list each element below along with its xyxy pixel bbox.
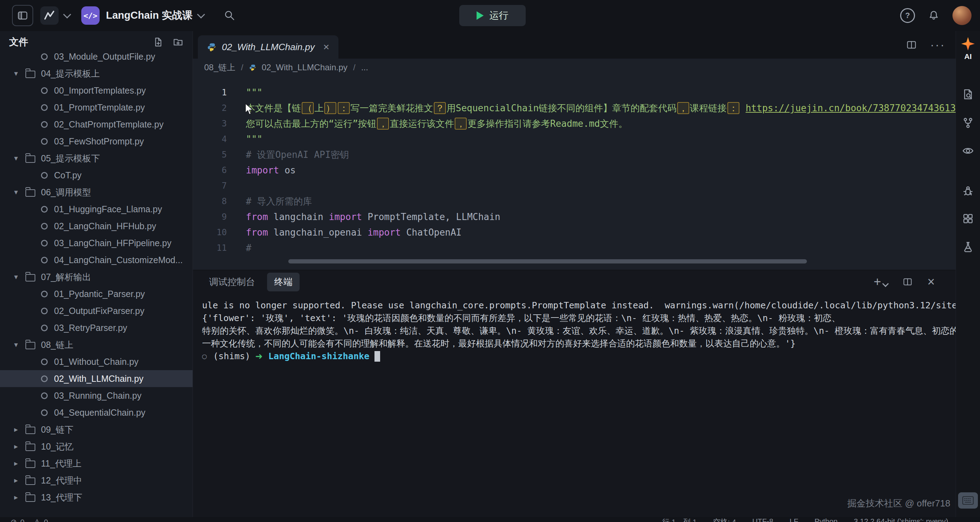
help-icon[interactable]: ?: [900, 8, 915, 23]
code-token: 上: [314, 103, 324, 113]
code-line-2[interactable]: 2本文件是【链（上）：写一篇完美鲜花推文？用SequencialChain链接不…: [193, 100, 956, 116]
chevron-down-icon[interactable]: [197, 11, 205, 19]
code-line-6[interactable]: 6import os: [193, 162, 956, 178]
status-item[interactable]: LF: [789, 517, 799, 522]
new-folder-icon[interactable]: [173, 37, 183, 47]
terminal-prompt-line[interactable]: ○ (shims) ➜ LangChain-shizhanke: [202, 350, 945, 363]
folder-icon: [25, 342, 35, 349]
code-token: PromptTemplate, LLMChain: [362, 211, 500, 222]
code-line-content: [232, 178, 956, 194]
eye-preview-icon[interactable]: [962, 145, 974, 157]
tree-file-02_OutputFixParser.py[interactable]: 02_OutputFixParser.py: [0, 302, 192, 319]
code-line-content: import os: [232, 162, 956, 178]
code-token: ，: [377, 117, 389, 130]
tree-folder-09_链下[interactable]: ▸09_链下: [0, 421, 192, 438]
code-token: #: [246, 243, 251, 253]
more-actions-icon[interactable]: ···: [930, 42, 945, 47]
code-token: # 设置OpenAI API密钥: [246, 149, 349, 160]
tree-file-02_With_LLMChain.py[interactable]: 02_With_LLMChain.py: [0, 370, 192, 387]
tree-file-03_Running_Chain.py[interactable]: 03_Running_Chain.py: [0, 387, 192, 404]
code-token: import: [246, 165, 279, 176]
app-logo[interactable]: [40, 6, 59, 25]
tree-folder-12_代理中[interactable]: ▸12_代理中: [0, 472, 192, 489]
code-token: 直接运行该文件: [390, 118, 454, 129]
status-item[interactable]: 空格: 4: [713, 517, 736, 522]
breadcrumb-file[interactable]: 02_With_LLMChain.py: [262, 62, 348, 72]
new-file-icon[interactable]: [153, 37, 164, 47]
code-line-4[interactable]: 4""": [193, 132, 956, 147]
terminal-output-line: warnings.warn(: [654, 300, 739, 311]
tree-folder-08_链上[interactable]: ▾08_链上: [0, 336, 192, 353]
code-token: ChatOpenAI: [401, 227, 461, 238]
tree-file-03_FewShotPrompt.py[interactable]: 03_FewShotPrompt.py: [0, 133, 192, 150]
code-line-11[interactable]: 11#: [193, 240, 956, 256]
python-file-icon: [41, 206, 48, 213]
project-title[interactable]: LangChain 实战课: [106, 8, 192, 22]
code-line-7[interactable]: 7: [193, 178, 956, 194]
code-line-1[interactable]: 1""": [193, 85, 956, 100]
user-avatar[interactable]: [953, 6, 972, 25]
close-panel-icon[interactable]: ×: [928, 276, 935, 288]
tab-debug-console[interactable]: 调试控制台: [202, 273, 262, 291]
code-line-10[interactable]: 10from langchain_openai import ChatOpenA…: [193, 225, 956, 240]
tree-file-04_LangChain_CustomizeMod...[interactable]: 04_LangChain_CustomizeMod...: [0, 251, 192, 268]
status-item[interactable]: 行 1，列 1: [662, 517, 697, 522]
code-token: ？: [434, 102, 446, 114]
code-line-3[interactable]: 3您可以点击最上方的“运行”按钮，直接运行该文件，更多操作指引请参考Readme…: [193, 116, 956, 132]
code-line-9[interactable]: 9from langchain import PromptTemplate, L…: [193, 209, 956, 225]
tree-file-01_Pydantic_Parser.py[interactable]: 01_Pydantic_Parser.py: [0, 286, 192, 302]
tree-file-04_SequentialChain.py[interactable]: 04_SequentialChain.py: [0, 404, 192, 421]
terminal[interactable]: ule is no longer supported. Please use l…: [193, 294, 956, 517]
code-line-content: # 设置OpenAI API密钥: [232, 147, 956, 162]
code-token: import: [329, 211, 362, 222]
new-terminal-button[interactable]: +: [873, 276, 888, 288]
chevron-down-icon[interactable]: [63, 11, 72, 19]
tab-terminal[interactable]: 终端: [267, 273, 299, 291]
tab-02-with-llmchain[interactable]: 02_With_LLMChain.py ×: [198, 35, 339, 59]
tree-file-00_ImportTemplates.py[interactable]: 00_ImportTemplates.py: [0, 82, 192, 99]
code-editor[interactable]: 1"""2本文件是【链（上）：写一篇完美鲜花推文？用SequencialChai…: [193, 76, 956, 270]
tree-folder-06_调用模型[interactable]: ▾06_调用模型: [0, 184, 192, 201]
code-line-8[interactable]: 8# 导入所需的库: [193, 194, 956, 209]
python-file-icon: [41, 291, 48, 297]
run-button[interactable]: 运行: [459, 5, 526, 26]
tree-folder-10_记忆[interactable]: ▸10_记忆: [0, 438, 192, 455]
tree-folder-04_提示模板上[interactable]: ▾04_提示模板上: [0, 65, 192, 82]
virtual-keyboard-button[interactable]: [958, 492, 978, 509]
tree-file-03_Module_OutputFile.py[interactable]: 03_Module_OutputFile.py: [0, 53, 192, 65]
breadcrumb-folder[interactable]: 08_链上: [204, 62, 235, 73]
tree-item-label: 07_解析输出: [41, 271, 91, 283]
tree-folder-11_代理上[interactable]: ▸11_代理上: [0, 455, 192, 472]
tree-file-03_LangChain_HFPipeline.py[interactable]: 03_LangChain_HFPipeline.py: [0, 235, 192, 251]
tree-folder-13_代理下[interactable]: ▸13_代理下: [0, 489, 192, 506]
horizontal-scrollbar[interactable]: [288, 259, 807, 263]
tree-file-02_ChatPromptTemplate.py[interactable]: 02_ChatPromptTemplate.py: [0, 116, 192, 133]
split-editor-icon[interactable]: [906, 40, 917, 50]
tree-file-01_PromptTemplate.py[interactable]: 01_PromptTemplate.py: [0, 99, 192, 116]
tree-file-CoT.py[interactable]: CoT.py: [0, 167, 192, 184]
panel-toggle-button[interactable]: [12, 5, 33, 26]
code-line-5[interactable]: 5# 设置OpenAI API密钥: [193, 147, 956, 162]
file-search-icon[interactable]: [962, 88, 974, 100]
tree-file-01_Without_Chain.py[interactable]: 01_Without_Chain.py: [0, 353, 192, 370]
status-item[interactable]: UTF-8: [752, 517, 773, 522]
notifications-bell-icon[interactable]: [928, 10, 940, 22]
breadcrumb-more[interactable]: ...: [361, 62, 368, 72]
extensions-grid-icon[interactable]: [962, 213, 974, 225]
python-file-icon: [41, 240, 48, 246]
status-item[interactable]: Python: [814, 517, 837, 522]
tree-file-03_RetryParser.py[interactable]: 03_RetryParser.py: [0, 319, 192, 336]
tree-file-01_HuggingFace_Llama.py[interactable]: 01_HuggingFace_Llama.py: [0, 201, 192, 217]
ai-assistant-button[interactable]: AI: [960, 36, 976, 61]
close-icon[interactable]: ×: [323, 42, 329, 52]
search-icon[interactable]: [224, 10, 235, 22]
problems-indicator[interactable]: ⊘ 0 ⚠ 0: [11, 518, 54, 522]
test-flask-icon[interactable]: [962, 241, 974, 253]
git-branch-icon[interactable]: [962, 117, 974, 129]
status-item[interactable]: 3.12.2 64-bit ('shims': pyenv): [854, 517, 948, 522]
split-terminal-icon[interactable]: [903, 277, 913, 287]
tree-file-02_LangChain_HFHub.py[interactable]: 02_LangChain_HFHub.py: [0, 217, 192, 235]
bug-debug-icon[interactable]: [962, 184, 974, 197]
tree-folder-05_提示模板下[interactable]: ▾05_提示模板下: [0, 150, 192, 167]
tree-folder-07_解析输出[interactable]: ▾07_解析输出: [0, 268, 192, 286]
